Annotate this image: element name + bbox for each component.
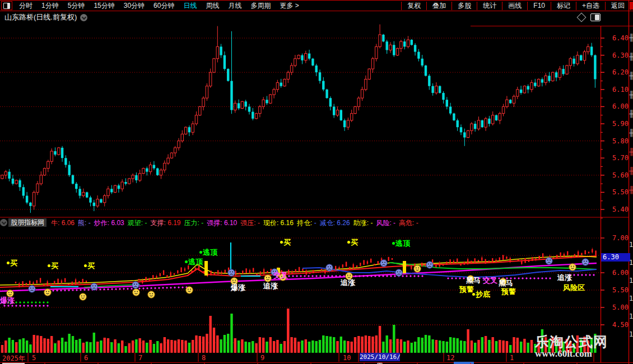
main-axis-label: 5.50 — [603, 188, 629, 196]
trading-app-window: 分时1分钟5分钟15分钟30分钟60分钟日线周线月线多周期更多 > 复权叠加多股… — [0, 0, 633, 364]
signal-label-风险区: 风险区 — [563, 283, 585, 293]
time-axis-label: 5 — [32, 354, 36, 362]
signal-dot — [48, 264, 50, 267]
candlesticks — [1, 25, 597, 213]
indicator-field: 支撑: 6.19 — [150, 219, 180, 227]
indicator-field: 观望: - — [128, 219, 147, 227]
signal-label-买: 买 — [7, 258, 17, 268]
indicator-collapse-icon[interactable] — [0, 219, 7, 226]
volume-bars — [1, 309, 597, 353]
clipped-glyph: ╫ — [629, 110, 633, 118]
signal-label-买: 买 — [347, 237, 358, 248]
indicator-field: 现价: 6.16 — [263, 219, 294, 227]
watermark: 乐淘公式网 www.60lt.com — [535, 334, 608, 359]
signal-dot — [199, 251, 202, 254]
signal-dot — [84, 264, 87, 267]
main-axis-label: 5.60 — [603, 171, 629, 179]
signal-dot — [7, 262, 10, 264]
signal-label-逃顶: 逃顶 — [392, 239, 410, 249]
clipped-glyph: ╫ — [629, 72, 633, 80]
indicator-field: 风险: - — [376, 219, 395, 227]
indicator-axis-label: 6.00 — [603, 269, 629, 277]
indicator-field: 熊: - — [78, 219, 91, 227]
indicator-header: 股朋指标网 牛: 6.06熊: -炒作: 6.03观望: -支撑: 6.19压力… — [0, 218, 599, 227]
chart-canvas — [0, 0, 633, 364]
signal-label-抄底: 抄底 — [472, 290, 490, 300]
signal-label-买: 买 — [280, 237, 291, 248]
indicator-axis-label: 5.50 — [603, 286, 629, 294]
signal-dot — [347, 241, 350, 244]
indicator-axis-label: 5.00 — [603, 304, 629, 311]
time-axis-label: 6 — [84, 354, 88, 362]
indicator-values: 牛: 6.06熊: -炒作: 6.03观望: -支撑: 6.19压力: -强撑:… — [48, 218, 418, 227]
signal-label-追涨: 追涨 — [557, 273, 572, 283]
clipped-glyph: ╫ — [629, 53, 633, 60]
clipped-glyph: ╫ — [629, 148, 633, 156]
main-axis-label: 6.00 — [603, 102, 629, 110]
signal-label-交叉: 交叉 — [483, 276, 497, 286]
watermark-url: www.60lt.com — [535, 349, 608, 359]
selected-date-badge: 2025/10/16/四 — [360, 353, 400, 361]
signal-label-追涨: 追涨 — [341, 278, 355, 288]
indicator-field: 强压: - — [240, 219, 260, 227]
indicator-field: 压力: - — [184, 219, 204, 227]
clipped-glyph: 1 — [629, 277, 633, 284]
clipped-glyph: ╫ — [629, 129, 633, 137]
time-axis-label: 7 — [138, 354, 142, 362]
signal-label-预警: 预警 — [501, 287, 516, 297]
clipped-glyph: ╫ — [629, 34, 633, 41]
clipped-glyph: 1 — [629, 312, 633, 320]
time-axis-label: 1 — [510, 354, 514, 362]
time-axis-label: 10 — [343, 354, 351, 362]
clipped-glyph: 1 — [629, 241, 633, 249]
signal-dot — [185, 260, 188, 263]
main-axis-label: 5.70 — [603, 154, 629, 162]
main-axis-label: 5.40 — [603, 206, 629, 213]
clipped-glyph: 1 — [629, 259, 633, 267]
signal-dot — [472, 293, 475, 296]
indicator-field: 强撑: 6.10 — [207, 219, 237, 227]
signal-dot — [392, 242, 395, 245]
current-value-badge: 6.30 — [601, 253, 630, 262]
signal-label-交叉: 交叉 — [273, 270, 288, 281]
time-axis-label: 9 — [260, 354, 264, 362]
time-axis-label: 2025年 — [2, 354, 25, 363]
signal-label-爆涨: 爆涨 — [0, 296, 15, 306]
signal-label-追涨: 追涨 — [263, 281, 278, 291]
indicator-field: 牛: 6.06 — [51, 219, 75, 227]
clipped-glyph: ╫ — [629, 91, 633, 99]
clipped-glyph: ╫ — [629, 167, 633, 175]
main-axis-label: 6.30 — [603, 52, 629, 59]
indicator-name[interactable]: 股朋指标网 — [8, 218, 46, 227]
right-edge-clipped-panel: 111111╫╫╫╫╫╫╫╫╫ — [629, 0, 633, 364]
indicator-axis-label: 7.00 — [603, 234, 629, 242]
main-axis-label: 5.90 — [603, 120, 629, 128]
watermark-site-name: 乐淘公式网 — [535, 334, 608, 349]
signal-label-爆涨: 爆涨 — [231, 283, 245, 293]
signal-dot — [280, 241, 283, 244]
time-axis-label: 8 — [202, 354, 206, 362]
time-axis-label: 12 — [446, 354, 454, 362]
main-axis-label: 5.80 — [603, 137, 629, 145]
clipped-glyph: 1 — [629, 330, 633, 338]
clipped-glyph: ╫ — [629, 186, 633, 194]
main-axis-label: 6.10 — [603, 86, 629, 94]
indicator-axis-label: 4.50 — [603, 321, 629, 329]
clipped-glyph: 1 — [629, 295, 633, 302]
signal-label-买: 买 — [84, 261, 95, 271]
main-axis-label: 6.20 — [603, 68, 629, 76]
signal-label-逃顶: 逃顶 — [199, 248, 217, 258]
indicator-field: 助涨: - — [353, 219, 373, 227]
indicator-field: 减仓: 6.26 — [320, 219, 350, 227]
indicator-field: 高危: - — [399, 219, 418, 227]
main-gridlines — [0, 38, 601, 209]
indicator-field: 炒作: 6.03 — [94, 219, 124, 227]
signal-label-逃顶: 逃顶 — [185, 257, 203, 267]
indicator-field: 持仓: - — [297, 219, 316, 227]
signal-label-买: 买 — [48, 261, 58, 271]
main-axis-label: 6.40 — [603, 34, 629, 42]
frame-lines — [0, 0, 633, 364]
